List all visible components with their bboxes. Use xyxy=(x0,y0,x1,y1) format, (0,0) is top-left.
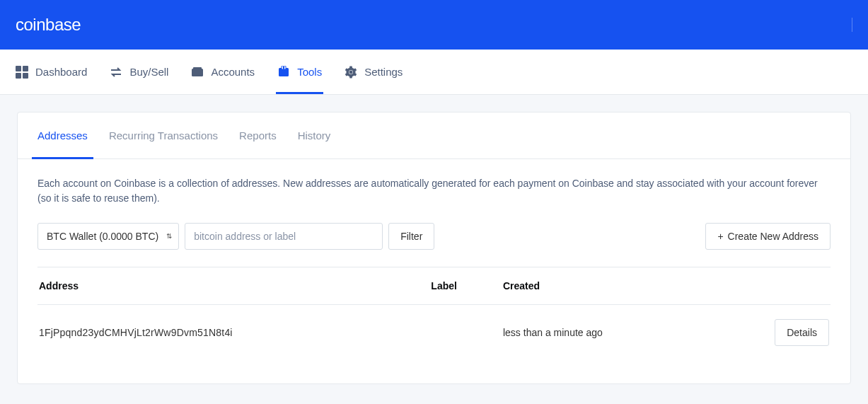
filter-button[interactable]: Filter xyxy=(388,223,434,250)
tab-content: Each account on Coinbase is a collection… xyxy=(18,159,850,377)
wallet-icon xyxy=(191,66,204,79)
svg-rect-6 xyxy=(279,68,289,76)
col-address: Address xyxy=(37,267,425,305)
tools-icon xyxy=(277,66,290,79)
svg-rect-7 xyxy=(282,66,284,69)
nav-settings[interactable]: Settings xyxy=(345,50,403,94)
header-divider xyxy=(852,18,852,32)
col-actions xyxy=(712,267,831,305)
col-created: Created xyxy=(497,267,712,305)
wallet-select-wrap: BTC Wallet (0.0000 BTC) ⇅ xyxy=(37,223,179,250)
svg-rect-1 xyxy=(23,66,28,71)
horizontal-scrollbar[interactable] xyxy=(21,377,847,378)
cell-address: 1FjPpqnd23ydCMHVjLt2rWw9Dvm51N8t4i xyxy=(37,305,425,361)
svg-rect-2 xyxy=(16,73,21,79)
tab-history[interactable]: History xyxy=(298,112,331,158)
nav-tools[interactable]: Tools xyxy=(277,50,322,94)
table-row: 1FjPpqnd23ydCMHVjLt2rWw9Dvm51N8t4i less … xyxy=(37,305,831,361)
tab-recurring-transactions[interactable]: Recurring Transactions xyxy=(109,112,218,158)
details-button[interactable]: Details xyxy=(775,319,829,346)
plus-icon: + xyxy=(717,231,723,242)
svg-rect-5 xyxy=(193,67,202,70)
app-header: coinbase xyxy=(0,0,868,50)
tab-addresses[interactable]: Addresses xyxy=(37,112,88,158)
nav-label: Buy/Sell xyxy=(129,66,168,78)
page-content: Addresses Recurring Transactions Reports… xyxy=(0,95,868,401)
table-header-row: Address Label Created xyxy=(37,267,831,305)
nav-label: Tools xyxy=(297,66,322,78)
gear-icon xyxy=(345,66,357,79)
top-nav: Dashboard Buy/Sell Accounts Tools Settin… xyxy=(0,50,868,95)
addresses-table: Address Label Created 1FjPpqnd23ydCMHVjL… xyxy=(37,267,831,360)
address-search-input[interactable] xyxy=(185,223,383,250)
addresses-description: Each account on Coinbase is a collection… xyxy=(37,176,831,206)
nav-label: Accounts xyxy=(211,66,255,78)
svg-rect-8 xyxy=(284,66,287,69)
create-address-button[interactable]: + Create New Address xyxy=(705,223,831,250)
svg-rect-0 xyxy=(16,66,21,71)
filter-controls: BTC Wallet (0.0000 BTC) ⇅ Filter + Creat… xyxy=(37,223,831,250)
nav-buysell[interactable]: Buy/Sell xyxy=(110,50,168,94)
addresses-panel: Addresses Recurring Transactions Reports… xyxy=(17,112,851,384)
svg-rect-3 xyxy=(23,73,28,79)
col-label: Label xyxy=(425,267,497,305)
transfer-icon xyxy=(110,66,122,79)
wallet-select[interactable]: BTC Wallet (0.0000 BTC) xyxy=(37,223,179,250)
tab-reports[interactable]: Reports xyxy=(239,112,277,158)
dashboard-icon xyxy=(16,66,28,79)
nav-dashboard[interactable]: Dashboard xyxy=(16,50,87,94)
nav-label: Dashboard xyxy=(35,66,87,78)
sub-tabs: Addresses Recurring Transactions Reports… xyxy=(18,112,850,159)
nav-label: Settings xyxy=(364,66,403,78)
nav-accounts[interactable]: Accounts xyxy=(191,50,255,94)
brand-logo: coinbase xyxy=(16,15,81,35)
cell-created: less than a minute ago xyxy=(497,305,712,361)
create-label: Create New Address xyxy=(728,231,818,242)
cell-actions: Details xyxy=(712,305,831,361)
cell-label xyxy=(425,305,497,361)
